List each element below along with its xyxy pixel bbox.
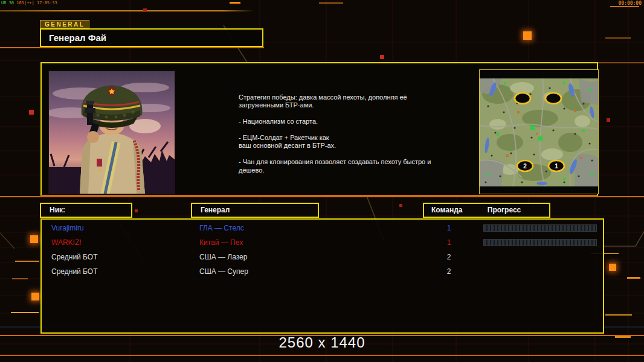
general-info-panel: Стратегия победы: давка массой пехоты, д… xyxy=(40,62,598,196)
panel-edge-line xyxy=(597,62,644,63)
dash xyxy=(11,312,39,313)
dash xyxy=(610,6,639,7)
player-nick: Средний БОТ xyxy=(51,250,98,264)
player-progress-bar xyxy=(483,268,597,275)
accent-square xyxy=(607,118,610,122)
strategy-text: Стратегия победы: давка массой пехоты, д… xyxy=(239,94,447,174)
accent-square xyxy=(143,8,147,12)
player-progress-bar xyxy=(483,239,597,246)
dash xyxy=(319,2,343,4)
spawn-marker xyxy=(546,93,561,104)
minimap: 2 1 xyxy=(479,69,599,194)
accent-square xyxy=(31,293,39,300)
general-title-box: Генерал Фай xyxy=(40,28,263,47)
dash xyxy=(15,261,39,262)
player-general: США — Лазер xyxy=(199,250,247,264)
players-panel: VurajimiruГЛА — Стелс1WARKIZ!Китай — Пех… xyxy=(40,218,604,334)
minimap-image: 2 1 xyxy=(480,70,598,194)
header-nick-label: Ник: xyxy=(50,206,65,214)
accent-square xyxy=(609,264,616,271)
player-general: ГЛА — Стелс xyxy=(199,221,244,235)
header-general-label: Генерал xyxy=(201,206,230,214)
player-row: WARKIZ!Китай — Пех1 xyxy=(42,235,603,250)
player-team: 1 xyxy=(441,235,457,250)
player-row: Средний БОТСША — Лазер2 xyxy=(42,250,603,264)
accent-square xyxy=(29,110,34,115)
player-general: Китай — Пех xyxy=(199,235,243,250)
resolution-text: 2560 x 1440 xyxy=(279,334,365,351)
spawn-marker xyxy=(515,93,530,104)
header-progress-label: Прогресс xyxy=(488,206,521,214)
accent-square xyxy=(399,204,402,207)
dash xyxy=(605,314,632,316)
bottom-accent-line-2 xyxy=(0,355,644,356)
accent-square xyxy=(523,31,532,40)
player-progress-bar xyxy=(483,224,597,232)
spawn-label-1: 1 xyxy=(555,163,558,170)
accent-square xyxy=(30,235,38,243)
dash xyxy=(12,278,28,279)
debug-overlay: UR 30 165|++| 17:05:33 xyxy=(1,1,57,5)
general-tab-label: GENERAL xyxy=(40,20,89,28)
player-team: 2 xyxy=(441,250,457,264)
accent-square xyxy=(380,55,384,59)
players-rows: VurajimiruГЛА — Стелс1WARKIZ!Китай — Пех… xyxy=(42,221,603,279)
header-team-label: Команда xyxy=(431,206,462,214)
general-portrait xyxy=(48,71,175,194)
dash xyxy=(230,2,240,4)
player-row: Средний БОТСША — Супер2 xyxy=(42,264,603,279)
header-general: Генерал xyxy=(191,203,319,218)
debug-fps: UR 30 xyxy=(1,1,14,5)
debug-info: 165|++| 17:05:33 xyxy=(16,1,57,5)
player-progress-bar xyxy=(483,253,597,261)
general-title: Генерал Фай xyxy=(41,30,262,46)
dash xyxy=(615,336,631,338)
spawn-label-2: 2 xyxy=(523,163,527,170)
top-accent-line xyxy=(0,10,254,11)
player-row: VurajimiruГЛА — Стелс1 xyxy=(42,221,603,235)
accent-square xyxy=(135,209,138,212)
player-team: 2 xyxy=(441,264,457,279)
player-nick: Средний БОТ xyxy=(51,264,98,279)
player-nick: WARKIZ! xyxy=(51,235,82,250)
loading-screen: UR 30 165|++| 17:05:33 00:00:00 GENERAL … xyxy=(0,0,644,362)
header-nick: Ник: xyxy=(40,203,132,218)
title-underline xyxy=(0,47,264,48)
player-general: США — Супер xyxy=(199,264,248,279)
match-timer: 00:00:00 xyxy=(618,1,642,6)
player-team: 1 xyxy=(441,221,457,235)
dash xyxy=(605,37,631,39)
mid-accent-line xyxy=(0,196,644,197)
header-team-progress: Команда Прогресс xyxy=(423,203,550,218)
player-nick: Vurajimiru xyxy=(51,221,84,235)
dash xyxy=(627,277,640,279)
